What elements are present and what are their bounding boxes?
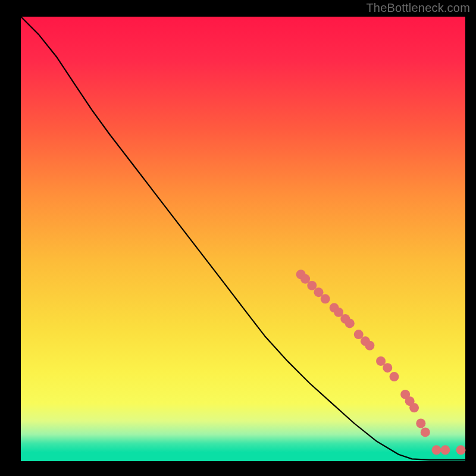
- data-point: [409, 403, 419, 412]
- chart-frame: TheBottleneck.com: [0, 0, 476, 476]
- attribution-text: TheBottleneck.com: [366, 1, 470, 15]
- data-point: [383, 363, 392, 372]
- data-point: [365, 341, 374, 350]
- data-point: [431, 445, 441, 455]
- data-point: [440, 445, 450, 455]
- data-point: [345, 318, 355, 328]
- chart-svg: [21, 17, 465, 461]
- data-point: [421, 427, 430, 437]
- data-point: [416, 419, 425, 428]
- data-points-group: [296, 270, 466, 455]
- data-point: [389, 372, 399, 381]
- data-point: [321, 294, 330, 303]
- curve-line: [21, 17, 465, 460]
- data-point: [456, 445, 466, 455]
